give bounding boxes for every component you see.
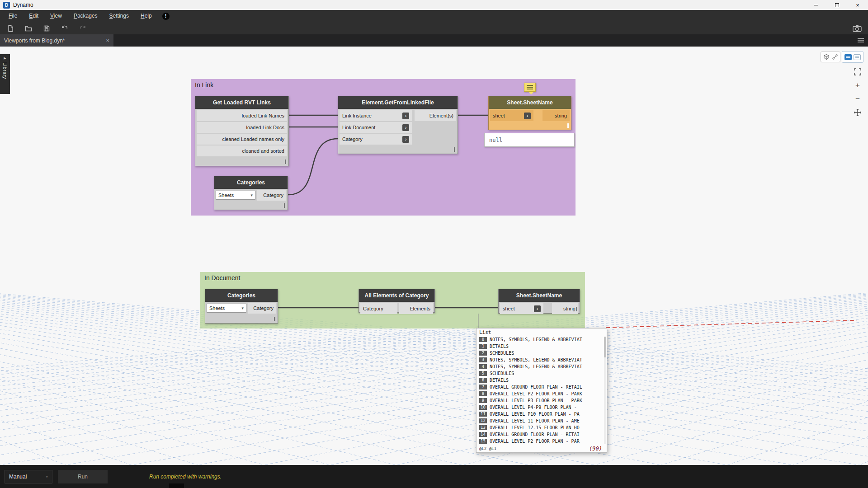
list-index: 5 xyxy=(479,371,487,376)
grid-line xyxy=(0,251,118,465)
node-title[interactable]: Categories xyxy=(205,289,278,302)
workspace-tab[interactable]: Viewports from Blog.dyn* × xyxy=(0,34,113,47)
output-port-loaded-link-docs[interactable]: loaded Link Docs xyxy=(197,122,287,133)
list-text: NOTES, SYMBOLS, LEGEND & ABBREVIAT xyxy=(490,364,582,369)
list-row: 7OVERALL GROUND FLOOR PLAN - RETAIL xyxy=(476,384,607,390)
input-port-category[interactable]: Category› xyxy=(340,134,412,145)
zoom-in-button[interactable]: + xyxy=(853,80,863,90)
graph-view-icon[interactable] xyxy=(844,54,852,60)
list-index: 8 xyxy=(479,391,487,396)
new-file-button[interactable] xyxy=(6,24,14,33)
tab-close-icon[interactable]: × xyxy=(106,38,109,43)
minimize-button[interactable] xyxy=(806,0,826,10)
list-text: OVERALL LEVEL 11 FLOOR PLAN - AME xyxy=(490,418,580,423)
pan-button[interactable] xyxy=(853,108,863,117)
null-preview-bubble[interactable]: null xyxy=(484,133,575,147)
output-port-cleaned-and-sorted[interactable]: cleaned and sorted xyxy=(197,145,287,156)
node-categories-doc[interactable]: Categories Sheets▾ Category xyxy=(205,289,278,324)
node-all-elements-of-category[interactable]: All Elements of Category Category Elemen… xyxy=(359,289,435,313)
menu-view[interactable]: View xyxy=(44,10,68,22)
output-port-string[interactable]: string xyxy=(552,303,578,314)
notifications-icon[interactable]: ! xyxy=(162,13,170,20)
input-port-sheet[interactable]: sheet› xyxy=(490,110,533,121)
list-text: SCHEDULES xyxy=(490,351,514,356)
list-row: 4NOTES, SYMBOLS, LEGEND & ABBREVIAT xyxy=(476,363,607,370)
library-panel-tab[interactable]: ▶ Library xyxy=(0,54,10,94)
run-mode-select[interactable]: Manual ▾ xyxy=(5,470,52,483)
list-index: 10 xyxy=(479,405,487,410)
input-port-sheet[interactable]: sheet› xyxy=(500,303,543,314)
run-mode-value: Manual xyxy=(9,474,27,480)
geometry-view-toggle[interactable] xyxy=(821,52,840,62)
workspace-canvas[interactable]: In Link In Document Get Loaded RVT Links… xyxy=(0,47,868,465)
input-port-link-instance[interactable]: Link Instance› xyxy=(340,110,412,121)
node-title[interactable]: Element.GetFromLinkedFile xyxy=(338,96,458,109)
category-select[interactable]: Sheets▾ xyxy=(216,191,255,200)
node-title[interactable]: Get Loaded RVT Links xyxy=(195,96,288,109)
open-file-button[interactable] xyxy=(24,24,33,33)
pan-icon xyxy=(854,108,862,117)
output-port-string[interactable]: string xyxy=(542,110,570,121)
input-port-category[interactable]: Category xyxy=(360,303,397,314)
output-port-loaded-link-names[interactable]: loaded Link Names xyxy=(197,110,287,121)
menu-packages[interactable]: Packages xyxy=(68,10,104,22)
menu-file[interactable]: File xyxy=(3,10,23,22)
node-title[interactable]: Sheet.SheetName xyxy=(499,289,580,302)
node-categories-link[interactable]: Categories Sheets▾ Category xyxy=(214,176,288,210)
tab-menu-icon[interactable] xyxy=(858,38,864,39)
save-button[interactable] xyxy=(42,24,51,33)
list-index: 11 xyxy=(479,412,487,417)
zoom-out-button[interactable]: − xyxy=(853,94,863,104)
node-sheet-sheetname-link[interactable]: Sheet.SheetName sheet› string xyxy=(488,96,571,130)
list-row: 8OVERALL LEVEL P2 FLOOR PLAN - PARK xyxy=(476,390,607,397)
list-row: 15OVERALL LEVEL P2 FLOOR PLAN - PAR xyxy=(476,438,607,445)
node-title[interactable]: All Elements of Category xyxy=(359,289,434,302)
menu-settings[interactable]: Settings xyxy=(104,10,135,22)
list-scrollbar[interactable] xyxy=(604,337,606,444)
list-row: 9OVERALL LEVEL P3 FLOOR PLAN - PARK xyxy=(476,397,607,404)
output-port-category[interactable]: Category xyxy=(248,303,276,314)
port-chevron-icon[interactable]: › xyxy=(402,113,409,119)
layout-view-toggle[interactable] xyxy=(842,51,863,63)
split-view-icon[interactable] xyxy=(854,54,861,60)
menu-edit[interactable]: Edit xyxy=(23,10,44,22)
run-button[interactable]: Run xyxy=(58,470,108,483)
port-chevron-icon[interactable]: › xyxy=(534,305,541,312)
zoom-fit-button[interactable] xyxy=(853,67,863,77)
list-index: 0 xyxy=(479,337,487,342)
export-image-button[interactable] xyxy=(853,24,862,32)
list-preview-popup[interactable]: List 0NOTES, SYMBOLS, LEGEND & ABBREVIAT… xyxy=(476,328,607,453)
node-get-loaded-rvt-links[interactable]: Get Loaded RVT Links loaded Link Names l… xyxy=(195,96,289,166)
output-port-cleaned-loaded-names[interactable]: cleaned Loaded names only xyxy=(197,134,287,145)
redo-button[interactable] xyxy=(79,24,87,33)
category-select[interactable]: Sheets▾ xyxy=(207,304,246,313)
node-title[interactable]: Categories xyxy=(214,176,288,189)
output-port-elements[interactable]: Element(s) xyxy=(415,110,456,121)
menu-help[interactable]: Help xyxy=(135,10,158,22)
library-expand-icon[interactable]: ▶ xyxy=(4,56,6,60)
node-sheet-sheetname-doc[interactable]: Sheet.SheetName sheet› string xyxy=(498,289,580,314)
node-title[interactable]: Sheet.SheetName xyxy=(489,96,571,109)
node-element-getfromlinkedfile[interactable]: Element.GetFromLinkedFile Link Instance›… xyxy=(338,96,458,154)
list-row: 3NOTES, SYMBOLS, LEGEND & ABBREVIAT xyxy=(476,357,607,363)
input-port-link-document[interactable]: Link Document› xyxy=(340,122,412,133)
fit-to-screen-icon xyxy=(854,68,862,76)
maximize-icon xyxy=(835,3,839,7)
port-chevron-icon[interactable]: › xyxy=(402,136,409,143)
list-row: 13OVERALL LEVEL 12-15 FLOOR PLAN HO xyxy=(476,424,607,431)
list-text: OVERALL LEVEL P2 FLOOR PLAN - PAR xyxy=(490,439,580,444)
output-port-category[interactable]: Category xyxy=(257,190,286,201)
port-chevron-icon[interactable]: › xyxy=(402,124,409,131)
close-button[interactable]: × xyxy=(847,0,868,10)
warning-note-icon[interactable] xyxy=(524,83,536,92)
port-chevron-icon[interactable]: › xyxy=(524,113,531,119)
grid-line xyxy=(0,251,45,465)
geometry-icon xyxy=(823,54,830,60)
list-scrollbar-thumb[interactable] xyxy=(604,337,606,357)
undo-button[interactable] xyxy=(61,24,69,33)
maximize-button[interactable] xyxy=(826,0,847,10)
list-footer: @L2 @L1 (90) xyxy=(476,445,607,452)
output-port-elements[interactable]: Elements xyxy=(399,303,433,314)
port-label: Category xyxy=(342,136,363,142)
node-preview-mark xyxy=(285,160,286,164)
